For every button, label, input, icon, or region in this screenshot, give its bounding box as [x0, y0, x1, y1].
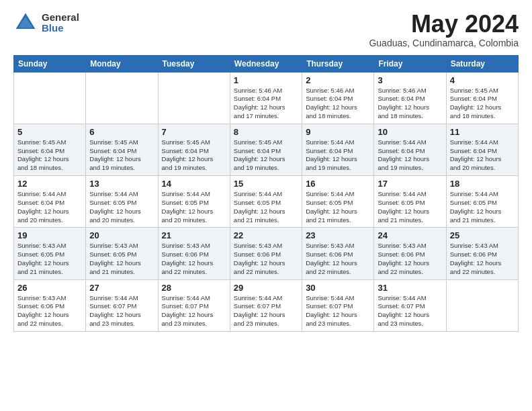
cell-text: Sunrise: 5:45 AM Sunset: 6:04 PM Dayligh…: [89, 138, 154, 173]
cell-text: Sunrise: 5:44 AM Sunset: 6:04 PM Dayligh…: [378, 138, 442, 173]
calendar-cell: 26Sunrise: 5:43 AM Sunset: 6:06 PM Dayli…: [14, 279, 86, 331]
cell-text: Sunrise: 5:44 AM Sunset: 6:04 PM Dayligh…: [450, 138, 515, 173]
calendar-cell: 23Sunrise: 5:43 AM Sunset: 6:06 PM Dayli…: [302, 228, 374, 279]
day-number: 13: [89, 179, 154, 189]
cell-text: Sunrise: 5:44 AM Sunset: 6:04 PM Dayligh…: [306, 138, 370, 173]
calendar-cell: 22Sunrise: 5:43 AM Sunset: 6:06 PM Dayli…: [230, 228, 302, 279]
day-number: 8: [234, 127, 298, 137]
cell-text: Sunrise: 5:44 AM Sunset: 6:05 PM Dayligh…: [89, 190, 154, 224]
cell-text: Sunrise: 5:43 AM Sunset: 6:06 PM Dayligh…: [306, 242, 370, 276]
day-number: 12: [17, 179, 82, 189]
logo-icon: [13, 11, 38, 35]
calendar-week-row: 1Sunrise: 5:46 AM Sunset: 6:04 PM Daylig…: [14, 72, 519, 124]
page: General Blue May 2024 Guaduas, Cundinama…: [0, 0, 532, 345]
calendar-cell: 30Sunrise: 5:44 AM Sunset: 6:07 PM Dayli…: [302, 279, 374, 331]
calendar-header-row: SundayMondayTuesdayWednesdayThursdayFrid…: [14, 55, 519, 72]
cell-text: Sunrise: 5:44 AM Sunset: 6:05 PM Dayligh…: [306, 190, 370, 224]
logo-general-text: General: [42, 12, 79, 24]
cell-text: Sunrise: 5:43 AM Sunset: 6:06 PM Dayligh…: [450, 242, 515, 276]
day-number: 18: [450, 179, 515, 189]
day-header-wednesday: Wednesday: [230, 55, 302, 72]
day-header-monday: Monday: [86, 55, 158, 72]
calendar-cell: [158, 72, 230, 124]
day-number: 11: [450, 127, 515, 137]
title-section: May 2024 Guaduas, Cundinamarca, Colombia: [369, 11, 519, 48]
day-number: 27: [89, 283, 154, 293]
day-number: 9: [306, 127, 370, 137]
day-number: 29: [234, 283, 298, 293]
calendar-cell: 25Sunrise: 5:43 AM Sunset: 6:06 PM Dayli…: [446, 228, 518, 279]
cell-text: Sunrise: 5:45 AM Sunset: 6:04 PM Dayligh…: [17, 138, 82, 173]
calendar-cell: 12Sunrise: 5:44 AM Sunset: 6:04 PM Dayli…: [14, 176, 86, 228]
day-number: 24: [378, 230, 442, 240]
month-title: May 2024: [369, 11, 519, 38]
day-number: 1: [234, 75, 298, 85]
cell-text: Sunrise: 5:43 AM Sunset: 6:05 PM Dayligh…: [17, 242, 82, 276]
calendar-cell: 27Sunrise: 5:44 AM Sunset: 6:07 PM Dayli…: [86, 279, 158, 331]
calendar-cell: 3Sunrise: 5:46 AM Sunset: 6:04 PM Daylig…: [374, 72, 446, 124]
day-number: 30: [306, 283, 370, 293]
calendar-cell: 16Sunrise: 5:44 AM Sunset: 6:05 PM Dayli…: [302, 176, 374, 228]
cell-text: Sunrise: 5:44 AM Sunset: 6:05 PM Dayligh…: [378, 190, 442, 224]
calendar-cell: 19Sunrise: 5:43 AM Sunset: 6:05 PM Dayli…: [14, 228, 86, 279]
calendar-cell: 10Sunrise: 5:44 AM Sunset: 6:04 PM Dayli…: [374, 124, 446, 175]
cell-text: Sunrise: 5:44 AM Sunset: 6:05 PM Dayligh…: [234, 190, 298, 224]
cell-text: Sunrise: 5:44 AM Sunset: 6:07 PM Dayligh…: [378, 294, 442, 328]
day-number: 28: [162, 283, 226, 293]
logo-text: General Blue: [42, 12, 79, 34]
cell-text: Sunrise: 5:44 AM Sunset: 6:05 PM Dayligh…: [450, 190, 515, 224]
calendar-cell: [446, 279, 518, 331]
cell-text: Sunrise: 5:44 AM Sunset: 6:07 PM Dayligh…: [306, 294, 370, 328]
cell-text: Sunrise: 5:43 AM Sunset: 6:06 PM Dayligh…: [234, 242, 298, 276]
cell-text: Sunrise: 5:44 AM Sunset: 6:05 PM Dayligh…: [162, 190, 226, 224]
day-number: 25: [450, 230, 515, 240]
cell-text: Sunrise: 5:43 AM Sunset: 6:06 PM Dayligh…: [162, 242, 226, 276]
day-number: 15: [234, 179, 298, 189]
calendar-week-row: 26Sunrise: 5:43 AM Sunset: 6:06 PM Dayli…: [14, 279, 519, 331]
day-number: 14: [162, 179, 226, 189]
cell-text: Sunrise: 5:44 AM Sunset: 6:07 PM Dayligh…: [234, 294, 298, 328]
cell-text: Sunrise: 5:45 AM Sunset: 6:04 PM Dayligh…: [234, 138, 298, 173]
day-number: 4: [450, 75, 515, 85]
calendar-cell: 29Sunrise: 5:44 AM Sunset: 6:07 PM Dayli…: [230, 279, 302, 331]
cell-text: Sunrise: 5:44 AM Sunset: 6:07 PM Dayligh…: [89, 294, 154, 328]
calendar-cell: 17Sunrise: 5:44 AM Sunset: 6:05 PM Dayli…: [374, 176, 446, 228]
calendar-cell: 6Sunrise: 5:45 AM Sunset: 6:04 PM Daylig…: [86, 124, 158, 175]
day-header-thursday: Thursday: [302, 55, 374, 72]
logo-blue-text: Blue: [42, 23, 79, 34]
cell-text: Sunrise: 5:45 AM Sunset: 6:04 PM Dayligh…: [450, 87, 515, 121]
calendar-cell: 28Sunrise: 5:44 AM Sunset: 6:07 PM Dayli…: [158, 279, 230, 331]
day-header-tuesday: Tuesday: [158, 55, 230, 72]
calendar-cell: 9Sunrise: 5:44 AM Sunset: 6:04 PM Daylig…: [302, 124, 374, 175]
day-header-sunday: Sunday: [14, 55, 86, 72]
day-header-friday: Friday: [374, 55, 446, 72]
day-number: 2: [306, 75, 370, 85]
calendar-cell: 7Sunrise: 5:45 AM Sunset: 6:04 PM Daylig…: [158, 124, 230, 175]
calendar-table: SundayMondayTuesdayWednesdayThursdayFrid…: [13, 55, 519, 332]
cell-text: Sunrise: 5:44 AM Sunset: 6:04 PM Dayligh…: [17, 190, 82, 224]
calendar-week-row: 19Sunrise: 5:43 AM Sunset: 6:05 PM Dayli…: [14, 228, 519, 279]
calendar-cell: 5Sunrise: 5:45 AM Sunset: 6:04 PM Daylig…: [14, 124, 86, 175]
cell-text: Sunrise: 5:45 AM Sunset: 6:04 PM Dayligh…: [162, 138, 226, 173]
day-number: 3: [378, 75, 442, 85]
calendar-cell: 15Sunrise: 5:44 AM Sunset: 6:05 PM Dayli…: [230, 176, 302, 228]
day-number: 31: [378, 283, 442, 293]
day-number: 5: [17, 127, 82, 137]
day-number: 10: [378, 127, 442, 137]
cell-text: Sunrise: 5:43 AM Sunset: 6:06 PM Dayligh…: [378, 242, 442, 276]
calendar-cell: 18Sunrise: 5:44 AM Sunset: 6:05 PM Dayli…: [446, 176, 518, 228]
day-number: 17: [378, 179, 442, 189]
calendar-cell: [86, 72, 158, 124]
calendar-week-row: 12Sunrise: 5:44 AM Sunset: 6:04 PM Dayli…: [14, 176, 519, 228]
cell-text: Sunrise: 5:43 AM Sunset: 6:06 PM Dayligh…: [17, 294, 82, 328]
day-number: 16: [306, 179, 370, 189]
day-number: 19: [17, 230, 82, 240]
cell-text: Sunrise: 5:46 AM Sunset: 6:04 PM Dayligh…: [234, 87, 298, 121]
calendar-cell: 24Sunrise: 5:43 AM Sunset: 6:06 PM Dayli…: [374, 228, 446, 279]
calendar-cell: 1Sunrise: 5:46 AM Sunset: 6:04 PM Daylig…: [230, 72, 302, 124]
calendar-cell: 13Sunrise: 5:44 AM Sunset: 6:05 PM Dayli…: [86, 176, 158, 228]
cell-text: Sunrise: 5:46 AM Sunset: 6:04 PM Dayligh…: [378, 87, 442, 121]
day-number: 20: [89, 230, 154, 240]
location-subtitle: Guaduas, Cundinamarca, Colombia: [369, 38, 519, 48]
day-number: 23: [306, 230, 370, 240]
